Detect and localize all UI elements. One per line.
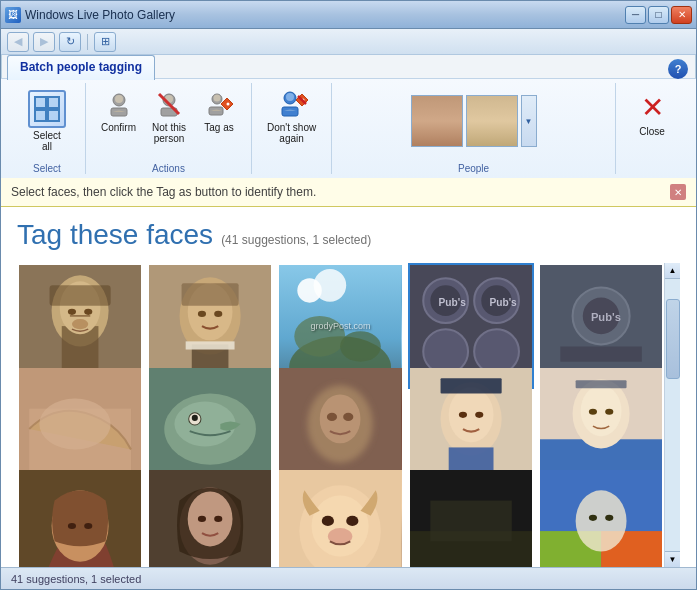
select-all-label: Selectall bbox=[33, 130, 61, 152]
grid-scrollbar: ▲ ▼ bbox=[664, 263, 680, 567]
svg-rect-62 bbox=[560, 346, 641, 361]
svg-point-78 bbox=[448, 387, 493, 442]
svg-point-39 bbox=[214, 311, 222, 317]
page-subtitle: (41 suggestions, 1 selected) bbox=[221, 233, 371, 247]
face-thumb-1 bbox=[412, 96, 462, 146]
svg-rect-89 bbox=[575, 380, 626, 388]
status-text: 41 suggestions, 1 selected bbox=[11, 573, 141, 585]
svg-rect-34 bbox=[50, 285, 111, 305]
svg-point-87 bbox=[589, 408, 597, 414]
face-image-animal bbox=[279, 470, 401, 567]
info-bar: Select faces, then click the Tag as butt… bbox=[1, 178, 696, 207]
tag-as-button[interactable]: Tag as bbox=[195, 83, 243, 138]
svg-point-74 bbox=[327, 412, 337, 420]
scrollbar-arrow-up[interactable]: ▲ bbox=[665, 263, 681, 279]
svg-rect-7 bbox=[49, 111, 58, 120]
svg-point-88 bbox=[605, 408, 613, 414]
people-thumbnails-area: ▼ bbox=[407, 83, 541, 159]
tag-as-icon bbox=[203, 88, 235, 120]
tag-as-label: Tag as bbox=[204, 122, 233, 133]
photo-grid-container: grodyPost.com Pub's Pub's bbox=[17, 263, 680, 567]
ribbon-group-close: ✕ Close bbox=[616, 83, 688, 174]
select-all-icon bbox=[28, 90, 66, 128]
close-window-button[interactable]: ✕ bbox=[671, 6, 692, 24]
photo-cell-12[interactable] bbox=[147, 468, 273, 567]
dont-show-again-button[interactable]: Don't showagain bbox=[260, 83, 323, 149]
photo-cell-14[interactable] bbox=[408, 468, 534, 567]
svg-point-113 bbox=[605, 515, 613, 521]
nav-bar: ◀ ▶ ↻ ⊞ bbox=[1, 29, 696, 55]
svg-point-112 bbox=[589, 515, 597, 521]
ribbon-group-actions: Confirm Not thisperson bbox=[86, 83, 252, 174]
page-title: Tag these faces bbox=[17, 219, 213, 251]
scrollbar-track bbox=[665, 279, 681, 551]
close-x-icon: ✕ bbox=[635, 90, 669, 124]
svg-point-9 bbox=[115, 95, 123, 103]
svg-rect-42 bbox=[186, 341, 235, 349]
minimize-button[interactable]: ─ bbox=[625, 6, 646, 24]
dont-show-label: Don't showagain bbox=[267, 122, 316, 144]
close-ribbon-button[interactable]: ✕ Close bbox=[624, 83, 680, 144]
nav-separator bbox=[87, 34, 88, 50]
photo-cell-13[interactable] bbox=[277, 468, 403, 567]
svg-point-80 bbox=[475, 411, 483, 417]
people-scroll-down[interactable]: ▼ bbox=[521, 95, 537, 147]
svg-text:Pub's: Pub's bbox=[591, 311, 621, 323]
svg-point-103 bbox=[347, 516, 359, 526]
svg-point-75 bbox=[344, 412, 354, 420]
svg-text:Pub's: Pub's bbox=[438, 297, 466, 308]
confirm-button[interactable]: Confirm bbox=[94, 83, 143, 138]
scrollbar-arrow-down[interactable]: ▼ bbox=[665, 551, 681, 567]
svg-point-45 bbox=[295, 316, 346, 357]
svg-rect-40 bbox=[182, 283, 239, 305]
svg-point-21 bbox=[286, 93, 294, 101]
nav-extra-button[interactable]: ⊞ bbox=[94, 32, 116, 52]
title-bar: 🖼 Windows Live Photo Gallery ─ □ ✕ bbox=[1, 1, 696, 29]
svg-rect-22 bbox=[282, 107, 298, 116]
close-ribbon-label: Close bbox=[639, 126, 665, 137]
refresh-button[interactable]: ↻ bbox=[59, 32, 81, 52]
back-button[interactable]: ◀ bbox=[7, 32, 29, 52]
face-thumb-2 bbox=[467, 96, 517, 146]
title-bar-buttons: ─ □ ✕ bbox=[625, 6, 692, 24]
svg-point-97 bbox=[198, 516, 206, 522]
select-group-label: Select bbox=[33, 163, 61, 174]
svg-point-102 bbox=[322, 516, 334, 526]
title-bar-left: 🖼 Windows Live Photo Gallery bbox=[5, 7, 175, 23]
svg-point-93 bbox=[84, 523, 92, 529]
photo-cell-15[interactable] bbox=[538, 468, 664, 567]
photo-cell-11[interactable] bbox=[17, 468, 143, 567]
svg-point-111 bbox=[575, 491, 626, 552]
people-thumb-2[interactable] bbox=[466, 95, 518, 147]
svg-rect-5 bbox=[49, 98, 58, 107]
dontshow-buttons: Don't showagain bbox=[260, 83, 323, 160]
ribbon-content: Selectall Select bbox=[1, 78, 696, 178]
ribbon-tabs: Batch people tagging bbox=[1, 55, 696, 78]
svg-point-38 bbox=[198, 311, 206, 317]
people-thumb-1[interactable] bbox=[411, 95, 463, 147]
forward-button[interactable]: ▶ bbox=[33, 32, 55, 52]
action-buttons: Confirm Not thisperson bbox=[94, 83, 243, 159]
svg-point-92 bbox=[68, 523, 76, 529]
status-bar: 41 suggestions, 1 selected bbox=[1, 567, 696, 589]
not-this-person-label: Not thisperson bbox=[152, 122, 186, 144]
info-close-button[interactable]: ✕ bbox=[670, 184, 686, 200]
svg-point-96 bbox=[188, 492, 233, 547]
svg-point-16 bbox=[214, 95, 221, 102]
face-image-dark bbox=[410, 470, 532, 567]
scrollbar-thumb[interactable] bbox=[666, 299, 680, 379]
not-this-person-button[interactable]: Not thisperson bbox=[145, 83, 193, 149]
maximize-button[interactable]: □ bbox=[648, 6, 669, 24]
ribbon-group-people: ▼ People bbox=[332, 83, 616, 174]
svg-point-79 bbox=[458, 411, 466, 417]
svg-rect-6 bbox=[36, 111, 45, 120]
select-all-button[interactable]: Selectall bbox=[17, 83, 77, 159]
actions-group-label: Actions bbox=[152, 163, 185, 174]
help-button[interactable]: ? bbox=[668, 59, 688, 79]
ribbon: Batch people tagging bbox=[1, 55, 696, 178]
page-title-area: Tag these faces (41 suggestions, 1 selec… bbox=[17, 219, 680, 251]
ribbon-group-select: Selectall Select bbox=[9, 83, 86, 174]
face-image-hair bbox=[19, 470, 141, 567]
select-buttons: Selectall bbox=[17, 83, 77, 159]
tab-batch-people-tagging[interactable]: Batch people tagging bbox=[7, 55, 155, 80]
